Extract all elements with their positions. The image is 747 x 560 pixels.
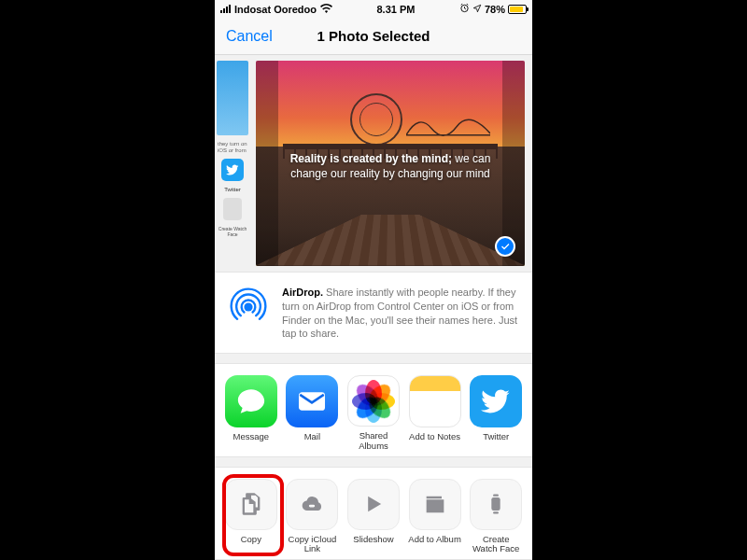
- wifi-icon: [320, 4, 332, 15]
- action-icloud-link[interactable]: Copy iCloud Link: [286, 479, 340, 553]
- svg-rect-3: [492, 497, 500, 511]
- actions-row[interactable]: Copy Copy iCloud Link Slideshow Add to A…: [215, 467, 532, 560]
- cloud-link-icon: [286, 479, 338, 530]
- svg-rect-5: [493, 511, 499, 513]
- action-add-album[interactable]: Add to Album: [408, 479, 462, 553]
- status-bar: Indosat Ooredoo 8.31 PM 78%: [215, 0, 532, 19]
- twitter-thumb-label: Twitter: [224, 187, 241, 192]
- battery-pct: 78%: [485, 4, 505, 15]
- airdrop-section[interactable]: AirDrop. Share instantly with people nea…: [215, 272, 532, 354]
- photo-overlay-text: Reality is created by the mind; we can c…: [256, 151, 525, 181]
- prev-caption: they turn oniOS or from: [218, 141, 247, 153]
- twitter-thumb-icon: [221, 159, 244, 181]
- signal-icon: [220, 5, 231, 13]
- add-album-icon: [409, 479, 461, 530]
- clock: 8.31 PM: [332, 4, 459, 15]
- share-apps-row[interactable]: Message Mail Shared Albums Add to Notes: [215, 363, 532, 456]
- share-sheet: Indosat Ooredoo 8.31 PM 78% Cancel 1 Pho…: [215, 0, 532, 560]
- watch-thumb-label: Create Watch Face: [215, 226, 250, 237]
- watch-thumb-icon: [223, 198, 242, 220]
- action-watch-face[interactable]: Create Watch Face: [469, 479, 523, 553]
- svg-rect-4: [493, 495, 499, 497]
- battery-icon: [508, 5, 527, 14]
- alarm-icon: [459, 3, 470, 15]
- action-slideshow[interactable]: Slideshow: [346, 479, 401, 553]
- action-copy[interactable]: Copy: [224, 479, 278, 553]
- copy-icon: [225, 479, 277, 530]
- selected-checkmark-icon[interactable]: [495, 236, 515, 257]
- share-mail[interactable]: Mail: [286, 375, 340, 450]
- photo-preview-area: they turn oniOS or from Twitter Create W…: [215, 55, 532, 272]
- watch-icon: [470, 479, 522, 530]
- share-message[interactable]: Message: [224, 375, 278, 450]
- prev-photo-thumb[interactable]: [217, 61, 248, 135]
- nav-bar: Cancel 1 Photo Selected: [215, 19, 532, 55]
- selected-photo[interactable]: Reality is created by the mind; we can c…: [256, 61, 525, 266]
- svg-point-1: [244, 302, 252, 311]
- airdrop-icon: [228, 286, 269, 329]
- thumbnail-strip[interactable]: they turn oniOS or from Twitter Create W…: [215, 61, 250, 266]
- share-notes[interactable]: Add to Notes: [408, 375, 462, 450]
- share-shared-albums[interactable]: Shared Albums: [346, 375, 401, 450]
- carrier-label: Indosat Ooredoo: [234, 4, 317, 15]
- play-icon: [347, 479, 400, 530]
- share-twitter[interactable]: Twitter: [469, 375, 523, 450]
- airdrop-text: AirDrop. Share instantly with people nea…: [282, 286, 519, 341]
- cancel-button[interactable]: Cancel: [215, 28, 284, 45]
- location-icon: [472, 4, 482, 15]
